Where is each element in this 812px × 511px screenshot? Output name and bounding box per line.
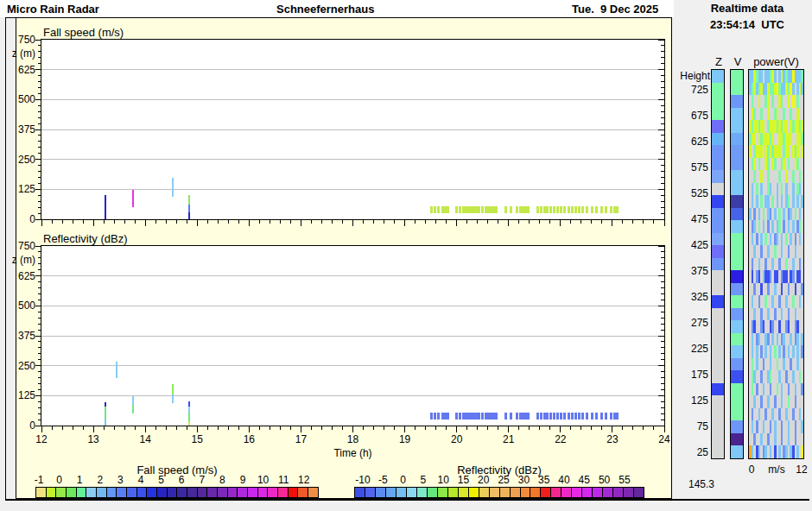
x-tick (280, 426, 281, 430)
profile-cell (731, 283, 743, 296)
grid-line (41, 99, 664, 100)
y-tick (661, 213, 664, 214)
y-tick (38, 377, 41, 378)
colorbar-tick-label: 10 (438, 474, 449, 486)
y-tick-label: 250 (3, 360, 35, 372)
colorbar-cell (479, 488, 490, 497)
profile-cell (712, 395, 724, 408)
colorbar-cell (500, 488, 511, 497)
y-tick (658, 99, 664, 100)
x-tick (435, 426, 436, 430)
colorbar-tick-label: 55 (619, 474, 630, 486)
y-tick (38, 153, 41, 154)
x-tick (197, 220, 198, 226)
x-tick (41, 426, 42, 432)
profile-cell (731, 195, 743, 208)
x-axis-label: Time (h) (319, 447, 388, 459)
x-tick (394, 426, 395, 430)
power-row (749, 83, 803, 96)
colorbar-cell (355, 488, 365, 497)
dash-mark (553, 206, 555, 213)
y-tick-label: 750 (3, 34, 35, 46)
y-tick (38, 195, 41, 196)
grid-line (41, 365, 664, 366)
colorbar-tick-label: 1 (77, 474, 83, 486)
y-tick (38, 207, 41, 208)
colorbar-cell (613, 488, 624, 497)
y-tick (35, 99, 41, 100)
y-tick (661, 312, 664, 312)
power-row (749, 370, 803, 383)
colorbar-cell (177, 488, 187, 497)
power-axis-min: 0 (745, 464, 758, 476)
x-tick (549, 220, 550, 224)
x-tick (207, 220, 208, 224)
colorbar-tick-label: 3 (117, 474, 124, 486)
colorbar-cell (278, 488, 289, 497)
x-tick (591, 220, 592, 224)
x-tick (643, 220, 644, 224)
fall-speed-plot: Fall speed (m/s) 0125250375500625750z (m… (41, 39, 665, 220)
profile-cell (731, 258, 743, 271)
power-cell (801, 245, 803, 258)
dash-mark (605, 413, 607, 420)
grid-line (41, 275, 664, 276)
profile-cell (712, 133, 724, 146)
profile-cell (731, 133, 743, 146)
x-tick (373, 220, 374, 224)
colorbar-cell (157, 488, 168, 497)
colorbar-tick-label: 20 (478, 474, 489, 486)
x-tick (166, 426, 167, 430)
colorbar-tick-label: 15 (458, 474, 469, 486)
power-cell (801, 383, 803, 396)
x-tick (342, 426, 343, 430)
reflectivity-plot-title: Reflectivity (dBz) (43, 232, 128, 245)
x-tick (290, 220, 291, 224)
y-tick (35, 246, 41, 247)
x-tick (664, 426, 665, 432)
power-row (749, 195, 803, 208)
data-mark (105, 419, 106, 426)
x-tick-label: 22 (543, 433, 578, 445)
grid-line (41, 69, 664, 70)
profile-cell (712, 70, 724, 83)
x-tick (404, 426, 405, 432)
profile-cell (731, 208, 743, 221)
x-tick (580, 220, 581, 224)
dash-mark (574, 206, 577, 213)
dash-mark (563, 206, 566, 213)
power-heatmap (748, 69, 804, 459)
grid-line (41, 395, 664, 396)
power-cell (801, 158, 803, 171)
y-tick (38, 123, 41, 124)
dash-mark (571, 206, 574, 213)
height-tick-label: 325 (677, 291, 708, 303)
y-tick (661, 287, 664, 288)
x-tick (446, 220, 447, 224)
data-mark (116, 362, 117, 378)
mrr-window: Micro Rain Radar Schneefernerhaus Tue. 9… (0, 0, 812, 511)
power-row (749, 345, 803, 358)
power-cell (801, 333, 803, 346)
date-label: Tue. 9 Dec 2025 (572, 3, 658, 16)
dash-mark (556, 413, 559, 420)
y-tick (38, 401, 41, 402)
x-tick (145, 426, 146, 432)
height-tick-label: 25 (677, 446, 708, 458)
profile-cell (731, 345, 743, 358)
colorbar-cell (168, 488, 178, 497)
dash-mark (563, 413, 566, 420)
power-cell (801, 108, 803, 121)
profile-cell (712, 408, 724, 421)
power-cell (801, 433, 803, 446)
colorbar-cell (541, 488, 551, 497)
y-tick (38, 111, 41, 112)
profile-cell (731, 358, 743, 371)
x-tick (114, 426, 115, 430)
dash-mark (610, 206, 612, 213)
colorbar-cell (448, 488, 459, 497)
y-tick (38, 183, 41, 184)
y-tick (35, 69, 41, 70)
x-tick (643, 426, 644, 430)
x-tick-label: 13 (76, 433, 111, 445)
